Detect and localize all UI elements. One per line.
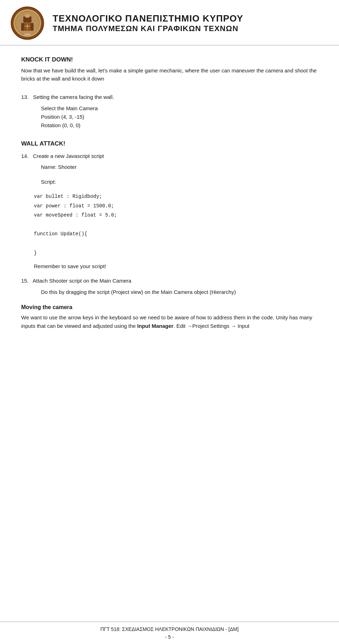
- footer-title: ΠΓΤ 518: ΣΧΕΔΙΑΣΜΟΣ ΗΛΕΚΤΡΟΝΙΚΩΝ ΠΑΙΧΝΙΔ…: [100, 626, 238, 632]
- section-heading-knock-it-down: KNOCK IT DOWN!: [21, 56, 318, 63]
- footer: ΠΓΤ 518: ΣΧΕΔΙΑΣΜΟΣ ΗΛΕΚΤΡΟΝΙΚΩΝ ΠΑΙΧΝΙΔ…: [0, 621, 339, 644]
- step-15-label: 15. Attach Shooter script on the Main Ca…: [21, 277, 318, 285]
- step-13-position: Position (4, 3, -15): [34, 113, 318, 121]
- step-13-text: Setting the camera facing the wall.: [33, 94, 114, 100]
- code-line3: var moveSpeed : float = 5.0;: [34, 212, 117, 218]
- main-content: KNOCK IT DOWN! Now that we have build th…: [0, 46, 339, 621]
- step-15-block: 15. Attach Shooter script on the Main Ca…: [21, 277, 318, 296]
- arrow1-icon: →: [187, 323, 192, 329]
- moving-camera-heading: Moving the camera: [21, 304, 318, 311]
- step-15-detail-text: Do this by dragging the script (Project …: [34, 288, 318, 296]
- step-14-block: 14. Create a new Javascript script Name:…: [21, 152, 318, 270]
- moving-camera-text5: Input: [236, 323, 250, 329]
- step-13-detail: Select the Main Camera Position (4, 3, -…: [21, 104, 318, 130]
- step-13-label: 13. Setting the camera facing the wall.: [21, 93, 318, 101]
- remember-text: Remember to save your script!: [34, 263, 318, 269]
- step-13-block: 13. Setting the camera facing the wall. …: [21, 93, 318, 130]
- step-13-number: 13.: [21, 94, 29, 100]
- code-block: var bullet : Rigidbody; var power : floa…: [34, 192, 318, 258]
- step-15-text: Attach Shooter script on the Main Camera: [33, 278, 131, 284]
- step-13-select-main-camera: Select the Main Camera: [34, 104, 318, 113]
- moving-camera-text4: Project Settings: [192, 323, 231, 329]
- code-line5: function Update(){: [34, 231, 87, 237]
- step-14-name: Name: Shooter: [34, 163, 318, 171]
- header-text: ΤΕΧΝΟΛΟΓΙΚΟ ΠΑΝΕΠΙΣΤΗΜΙΟ ΚΥΠΡΟΥ ΤΜΗΜΑ ΠΟ…: [53, 13, 243, 33]
- header-title-line1: ΤΕΧΝΟΛΟΓΙΚΟ ΠΑΝΕΠΙΣΤΗΜΙΟ ΚΥΠΡΟΥ: [53, 13, 243, 24]
- page: 2004 ΤΕΧΝΟΛΟΓΙΚΟ ΠΑΝΕΠΙΣΤΗΜΙΟ ΚΥΠΡΟΥ ΤΜΗ…: [0, 0, 339, 644]
- moving-camera-text3: . Edit: [173, 323, 187, 329]
- section-intro-text: Now that we have build the wall, let's m…: [21, 67, 318, 83]
- moving-camera-input-manager: Input Manager: [137, 323, 174, 329]
- code-line2: var power : float = 1500.0;: [34, 203, 114, 209]
- svg-rect-4: [25, 14, 30, 18]
- university-logo: 2004: [11, 6, 44, 40]
- step-14-number: 14.: [21, 153, 29, 159]
- step-14-detail: Name: Shooter Script:: [21, 163, 318, 186]
- step-15-number: 15.: [21, 278, 29, 284]
- moving-camera-text: We want to use the arrow keys in the key…: [21, 313, 318, 330]
- step-13-rotation: Rotation (0, 0, 0): [34, 121, 318, 130]
- header-title-line2: ΤΜΗΜΑ ΠΟΛΥΜΕΣΩΝ ΚΑΙ ΓΡΑΦΙΚΩΝ ΤΕΧΝΩΝ: [53, 24, 243, 33]
- step-14-label: 14. Create a new Javascript script: [21, 152, 318, 160]
- wall-attack-heading: WALL ATTACK!: [21, 140, 318, 147]
- svg-text:2004: 2004: [24, 33, 31, 36]
- step-14-text: Create a new Javascript script: [33, 153, 104, 159]
- step-15-detail: Do this by dragging the script (Project …: [21, 288, 318, 296]
- code-line1: var bullet : Rigidbody;: [34, 194, 102, 199]
- code-line7: }: [34, 250, 37, 256]
- step-14-script-label: Script:: [34, 178, 318, 186]
- footer-page-number: - 5 -: [165, 634, 174, 640]
- arrow2-icon: →: [231, 323, 236, 329]
- header: 2004 ΤΕΧΝΟΛΟΓΙΚΟ ΠΑΝΕΠΙΣΤΗΜΙΟ ΚΥΠΡΟΥ ΤΜΗ…: [0, 0, 339, 46]
- moving-camera-text1: We want to use the arrow keys in the key…: [21, 314, 274, 320]
